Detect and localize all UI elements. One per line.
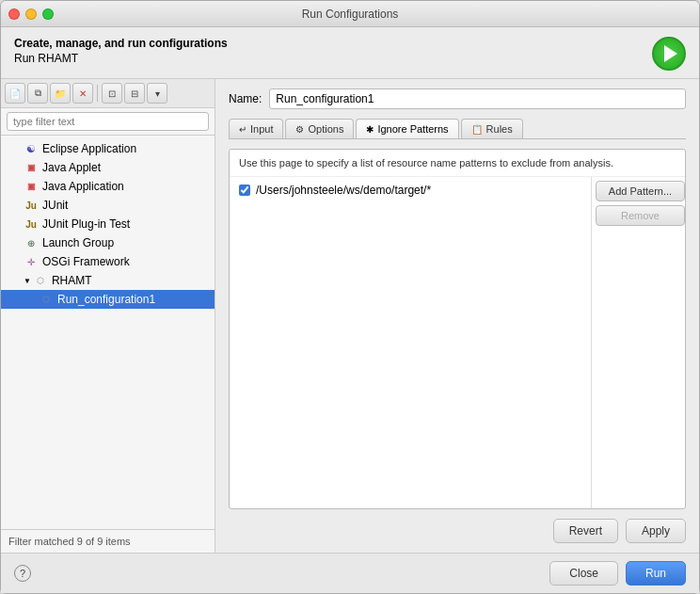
view-menu-icon: ▾ — [155, 88, 160, 99]
run-play-button[interactable] — [652, 37, 686, 71]
new-icon: 📄 — [9, 88, 21, 99]
tab-options[interactable]: ⚙ Options — [285, 119, 354, 138]
window-body: Create, manage, and run configurations R… — [1, 27, 699, 553]
header-top: Create, manage, and run configurations R… — [14, 37, 686, 71]
help-button[interactable]: ? — [14, 565, 31, 582]
header-title: Create, manage, and run configurations — [14, 37, 228, 50]
sidebar-item-run-configuration1[interactable]: ⬡ Run_configuration1 — [1, 290, 215, 309]
panel-description: Use this page to specify a list of resou… — [230, 150, 685, 177]
junit-icon: Ju — [24, 198, 39, 213]
pattern-checkbox[interactable] — [239, 185, 250, 196]
sidebar-item-label: Java Applet — [42, 161, 101, 174]
pattern-list: /Users/johnsteele/ws/demo/target/* — [230, 177, 591, 508]
tab-ignore-patterns-label: Ignore Patterns — [377, 123, 448, 135]
filter-input-wrapper — [1, 108, 215, 136]
sidebar-item-label: OSGi Framework — [42, 255, 130, 268]
junit-plugin-icon: Ju — [24, 217, 39, 232]
minimize-window-button[interactable] — [25, 8, 37, 20]
window-controls — [8, 8, 54, 20]
input-tab-icon: ↵ — [239, 124, 247, 135]
new-folder-button[interactable]: 📁 — [50, 83, 71, 104]
sidebar-item-junit-plugin[interactable]: Ju JUnit Plug-in Test — [1, 215, 215, 233]
rules-tab-icon: 📋 — [471, 124, 483, 135]
tab-ignore-patterns[interactable]: ✱ Ignore Patterns — [356, 119, 458, 138]
sidebar-item-eclipse-application[interactable]: ☯ Eclipse Application — [1, 139, 215, 158]
remove-pattern-button[interactable]: Remove — [596, 205, 685, 226]
maximize-window-button[interactable] — [42, 8, 54, 20]
expand-arrow-icon: ▼ — [24, 277, 31, 285]
close-window-button[interactable] — [8, 8, 20, 20]
sidebar: 📄 ⧉ 📁 ✕ ⊡ ⊟ — [1, 79, 215, 553]
delete-config-button[interactable]: ✕ — [72, 83, 93, 104]
sidebar-item-label: JUnit — [42, 199, 68, 212]
sidebar-item-rhamt[interactable]: ▼ ⬡ RHAMT — [1, 271, 215, 290]
footer-left: ? — [14, 565, 31, 582]
bottom-action-buttons: Revert Apply — [229, 519, 686, 543]
close-button[interactable]: Close — [549, 561, 618, 586]
name-label: Name: — [229, 92, 262, 105]
pattern-buttons: Add Pattern... Remove — [591, 177, 685, 508]
collapse-all-button[interactable]: ⊟ — [124, 83, 145, 104]
eclipse-icon: ☯ — [24, 141, 39, 156]
footer-right: Close Run — [549, 561, 686, 586]
panel-content: Use this page to specify a list of resou… — [229, 149, 686, 509]
right-panel: Name: ↵ Input ⚙ Options ✱ Ignore P — [215, 79, 699, 553]
filter-icon: ⊡ — [108, 88, 116, 99]
options-tab-icon: ⚙ — [295, 124, 304, 135]
ignore-tab-icon: ✱ — [366, 124, 374, 135]
sidebar-item-java-application[interactable]: ▣ Java Application — [1, 177, 215, 196]
filter-input[interactable] — [7, 112, 209, 131]
tabs-row: ↵ Input ⚙ Options ✱ Ignore Patterns 📋 Ru… — [229, 119, 686, 139]
rhamt-icon: ⬡ — [33, 273, 48, 288]
apply-button[interactable]: Apply — [626, 519, 686, 543]
sidebar-item-java-applet[interactable]: ▣ Java Applet — [1, 158, 215, 177]
java-app-icon: ▣ — [24, 179, 39, 194]
toolbar-separator-1 — [97, 85, 98, 102]
tab-rules[interactable]: 📋 Rules — [461, 119, 523, 138]
run-button[interactable]: Run — [626, 561, 686, 586]
tab-input[interactable]: ↵ Input — [229, 119, 283, 138]
sidebar-footer: Filter matched 9 of 9 items — [1, 529, 215, 553]
add-pattern-button[interactable]: Add Pattern... — [596, 181, 685, 201]
run-configurations-window: Run Configurations Create, manage, and r… — [0, 0, 700, 594]
panel-inner: /Users/johnsteele/ws/demo/target/* Add P… — [230, 177, 685, 508]
pattern-item: /Users/johnsteele/ws/demo/target/* — [233, 181, 587, 200]
name-input[interactable] — [269, 88, 686, 109]
sidebar-item-label: Launch Group — [42, 236, 114, 249]
duplicate-icon: ⧉ — [35, 88, 41, 99]
sidebar-item-label: JUnit Plug-in Test — [42, 217, 130, 231]
sidebar-item-osgi[interactable]: ✛ OSGi Framework — [1, 252, 215, 271]
name-row: Name: — [229, 88, 686, 109]
filter-status: Filter matched 9 of 9 items — [8, 536, 131, 547]
sidebar-item-launch-group[interactable]: ⊕ Launch Group — [1, 233, 215, 252]
header-section: Create, manage, and run configurations R… — [1, 27, 699, 79]
sidebar-tree: ☯ Eclipse Application ▣ Java Applet ▣ Ja… — [1, 136, 215, 529]
sidebar-toolbar: 📄 ⧉ 📁 ✕ ⊡ ⊟ — [1, 79, 215, 108]
delete-icon: ✕ — [79, 88, 87, 99]
main-content: 📄 ⧉ 📁 ✕ ⊡ ⊟ — [1, 79, 699, 553]
revert-button[interactable]: Revert — [553, 519, 618, 543]
duplicate-config-button[interactable]: ⧉ — [27, 83, 48, 104]
launch-group-icon: ⊕ — [24, 235, 39, 250]
tab-options-label: Options — [308, 123, 343, 135]
view-menu-button[interactable]: ▾ — [147, 83, 167, 104]
sidebar-item-label: Run_configuration1 — [57, 293, 155, 306]
sidebar-item-label: Eclipse Application — [42, 142, 136, 155]
sidebar-item-label: RHAMT — [52, 274, 92, 287]
collapse-icon: ⊟ — [131, 88, 138, 99]
osgi-icon: ✛ — [24, 254, 39, 269]
new-config-button[interactable]: 📄 — [5, 83, 25, 104]
window-title: Run Configurations — [302, 8, 399, 21]
titlebar: Run Configurations — [1, 1, 699, 27]
footer: ? Close Run — [1, 553, 699, 593]
sidebar-item-junit[interactable]: Ju JUnit — [1, 196, 215, 215]
play-triangle-icon — [664, 45, 677, 62]
header-subtitle: Run RHAMT — [14, 52, 228, 65]
folder-icon: 📁 — [55, 88, 66, 99]
header-text: Create, manage, and run configurations R… — [14, 37, 228, 65]
sidebar-item-label: Java Application — [42, 180, 124, 193]
rhamt-child-icon: ⬡ — [39, 292, 54, 307]
pattern-value: /Users/johnsteele/ws/demo/target/* — [256, 184, 431, 197]
filter-button[interactable]: ⊡ — [102, 83, 122, 104]
tab-input-label: Input — [250, 123, 273, 135]
